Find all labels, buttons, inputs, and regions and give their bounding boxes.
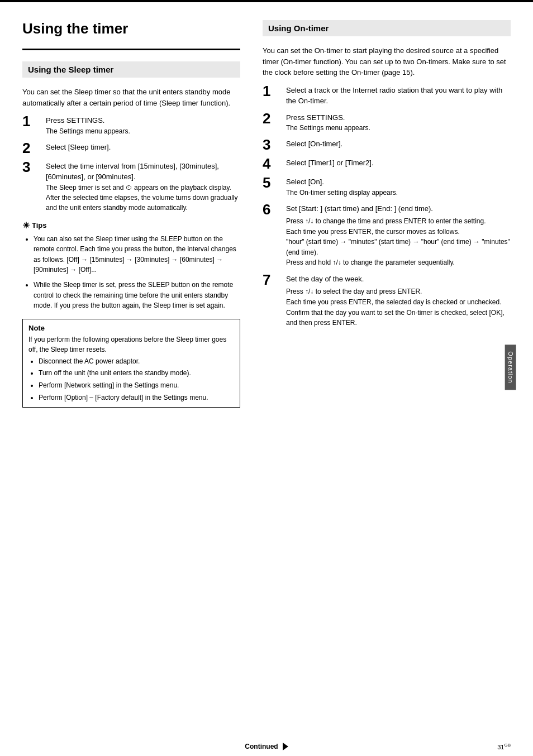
on-step-6-number: 6 <box>263 202 283 217</box>
on-timer-heading-box: Using On-timer <box>263 20 511 36</box>
sleep-step-3-content: Select the time interval from [15minutes… <box>46 161 240 213</box>
on-step-2: 2 Press SETTINGS. The Settings menu appe… <box>263 112 511 133</box>
sleep-step-1-main: Press SETTINGS. <box>46 116 104 125</box>
sleep-step-2-content: Select [Sleep timer]. <box>46 142 240 153</box>
tip-item-2: While the Sleep timer is set, press the … <box>34 280 240 311</box>
on-step-6-sub: Press ↑/↓ to change the time and press E… <box>286 216 511 268</box>
on-step-1-content: Select a track or the Internet radio sta… <box>286 85 511 107</box>
right-column: Using On-timer You can set the On-timer … <box>257 20 511 715</box>
sleep-step-1-sub: The Settings menu appears. <box>46 127 130 135</box>
on-step-2-sub: The Settings menu appears. <box>286 124 370 132</box>
on-timer-heading: Using On-timer <box>268 23 505 33</box>
main-title: Using the timer <box>22 20 240 37</box>
top-border <box>0 0 533 2</box>
on-step-1-number: 1 <box>263 84 283 98</box>
on-step-4: 4 Select [Timer1] or [Timer2]. <box>263 157 511 171</box>
on-step-5: 5 Select [On]. The On-timer setting disp… <box>263 176 511 198</box>
on-step-3: 3 Select [On-timer]. <box>263 138 511 152</box>
on-step-6: 6 Set [Start: ] (start time) and [End: ]… <box>263 203 511 268</box>
page-number: 31GB <box>497 743 511 750</box>
content-area: Using the timer Using the Sleep timer Yo… <box>0 0 533 737</box>
on-step-5-content: Select [On]. The On-timer setting displa… <box>286 176 511 198</box>
on-step-3-content: Select [On-timer]. <box>286 138 511 150</box>
note-list: Disconnect the AC power adaptor. Turn of… <box>28 356 234 403</box>
on-step-7: 7 Set the day of the week. Press ↑/↓ to … <box>263 274 511 328</box>
on-step-1-main: Select a track or the Internet radio sta… <box>286 86 502 106</box>
on-step-2-main: Press SETTINGS. <box>286 113 345 122</box>
on-step-5-main: Select [On]. <box>286 178 324 186</box>
footer: Continued 31GB <box>0 737 533 756</box>
sleep-step-1-number: 1 <box>22 114 42 128</box>
left-column: Using the timer Using the Sleep timer Yo… <box>22 20 257 715</box>
continued-label: Continued <box>245 743 288 750</box>
on-step-5-number: 5 <box>263 175 283 190</box>
on-step-4-number: 4 <box>263 156 283 171</box>
note-item-1: Disconnect the AC power adaptor. <box>39 356 234 367</box>
tips-list: You can also set the Sleep timer using t… <box>22 234 240 311</box>
on-step-1: 1 Select a track or the Internet radio s… <box>263 85 511 107</box>
tip-item-1: You can also set the Sleep timer using t… <box>34 234 240 275</box>
tips-icon: ☀ <box>22 221 30 231</box>
tips-section: ☀ Tips You can also set the Sleep timer … <box>22 221 240 311</box>
sleep-timer-heading: Using the Sleep timer <box>28 65 235 74</box>
page-suffix: GB <box>504 743 511 748</box>
note-item-2: Turn off the unit (the unit enters the s… <box>39 368 234 379</box>
on-step-6-main: Set [Start: ] (start time) and [End: ] (… <box>286 204 433 213</box>
sleep-step-2-main: Select [Sleep timer]. <box>46 143 111 151</box>
sleep-step-2: 2 Select [Sleep timer]. <box>22 142 240 155</box>
on-timer-intro: You can set the On-timer to start playin… <box>263 45 511 78</box>
tips-header: ☀ Tips <box>22 221 240 231</box>
on-step-2-content: Press SETTINGS. The Settings menu appear… <box>286 112 511 133</box>
sleep-timer-heading-box: Using the Sleep timer <box>22 61 240 78</box>
sleep-step-3-number: 3 <box>22 160 42 174</box>
sleep-step-3: 3 Select the time interval from [15minut… <box>22 161 240 213</box>
note-item-4: Perform [Option] – [Factory default] in … <box>39 393 234 403</box>
sleep-step-1-content: Press SETTINGS. The Settings menu appear… <box>46 115 240 136</box>
note-intro: If you perform the following operations … <box>28 334 234 355</box>
on-step-4-content: Select [Timer1] or [Timer2]. <box>286 157 511 169</box>
sleep-step-1: 1 Press SETTINGS. The Settings menu appe… <box>22 115 240 136</box>
tips-label: Tips <box>32 221 47 229</box>
on-step-7-sub: Press ↑/↓ to select the day and press EN… <box>286 286 511 328</box>
on-step-3-number: 3 <box>263 137 283 152</box>
sleep-step-3-sub: The Sleep timer is set and ⏲ appears on … <box>46 184 238 212</box>
on-step-5-sub: The On-timer setting display appears. <box>286 189 398 197</box>
on-step-7-content: Set the day of the week. Press ↑/↓ to se… <box>286 274 511 328</box>
sleep-step-3-main: Select the time interval from [15minutes… <box>46 162 219 181</box>
on-step-6-content: Set [Start: ] (start time) and [End: ] (… <box>286 203 511 268</box>
operation-tab: Operation <box>505 344 516 390</box>
on-step-7-main: Set the day of the week. <box>286 275 364 283</box>
note-item-3: Perform [Network setting] in the Setting… <box>39 380 234 391</box>
on-step-4-main: Select [Timer1] or [Timer2]. <box>286 159 374 167</box>
note-title: Note <box>28 324 234 332</box>
note-box: Note If you perform the following operat… <box>22 319 240 408</box>
on-step-2-number: 2 <box>263 111 283 126</box>
on-step-3-main: Select [On-timer]. <box>286 140 342 148</box>
sleep-timer-intro: You can set the Sleep timer so that the … <box>22 87 240 108</box>
sleep-step-2-number: 2 <box>22 141 42 155</box>
title-divider <box>22 49 240 50</box>
page: Using the timer Using the Sleep timer Yo… <box>0 0 533 756</box>
continued-arrow-icon <box>283 743 288 750</box>
on-step-7-number: 7 <box>263 272 283 287</box>
